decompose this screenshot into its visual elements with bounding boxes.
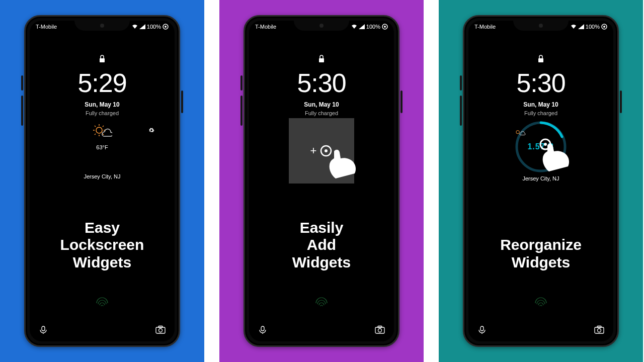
lock-icon [537,55,544,65]
svg-rect-15 [158,326,163,328]
promo-tagline: Easily Add Widgets [249,219,394,272]
svg-rect-24 [378,326,382,328]
battery-circle-icon [601,24,607,30]
svg-point-26 [603,26,605,28]
carrier-label: T-Mobile [474,24,496,30]
mic-icon[interactable] [477,325,487,334]
weather-sun-cloud-icon [92,123,112,139]
svg-rect-32 [480,326,484,331]
signal-icon [578,24,584,29]
date-label: Sun, May 10 [523,101,558,108]
plus-icon: + [310,144,317,157]
clock-time: 5:29 [77,68,126,98]
carrier-label: T-Mobile [36,24,57,30]
status-bar: T-Mobile 100% [468,21,613,30]
carrier-label: T-Mobile [255,24,276,30]
weather-sun-cloud-icon [513,127,526,138]
gear-icon[interactable] [148,127,154,134]
lock-icon [318,55,325,65]
svg-rect-12 [42,326,45,331]
svg-point-34 [598,329,601,332]
clock-time: 5:30 [297,68,346,98]
fingerprint-icon[interactable] [94,292,111,311]
svg-line-8 [95,126,96,127]
svg-rect-21 [261,326,264,331]
battery-status-label: Fully charged [86,110,119,116]
battery-status-label: Fully charged [305,110,338,116]
circular-usage-widget[interactable]: 1.57 B [513,119,569,174]
add-widget-area: + [249,118,394,189]
svg-point-29 [516,130,520,134]
battery-circle-icon [382,24,388,30]
wifi-icon [132,24,138,29]
svg-line-10 [95,134,96,135]
svg-rect-27 [538,58,543,62]
add-widget-tile[interactable]: + [289,118,354,184]
phone-frame: T-Mobile 100% 5:29 Sun, May 10 Fully cha… [24,15,180,347]
svg-rect-13 [156,327,165,333]
fingerprint-icon[interactable] [532,292,549,311]
mic-icon[interactable] [39,325,48,334]
date-label: Sun, May 10 [85,101,119,108]
location-label: Jersey City, NJ [84,173,120,179]
svg-rect-33 [595,327,604,333]
svg-rect-18 [319,58,324,62]
promo-tagline: Easy Lockscreen Widgets [30,219,175,272]
svg-rect-35 [597,326,601,328]
svg-line-11 [103,126,104,127]
camera-icon[interactable] [594,325,604,334]
svg-point-1 [165,26,167,28]
weather-widget[interactable]: 63°F Jersey City, NJ [30,123,175,194]
svg-point-3 [96,127,102,133]
promo-panel-3: T-Mobile 100% 5:30 Sun, May 10 Fully cha… [439,0,643,362]
status-bar: T-Mobile 100% [30,21,175,30]
promo-panel-1: T-Mobile 100% 5:29 Sun, May 10 Fully cha… [0,0,204,362]
battery-percent: 100% [366,24,380,30]
battery-percent: 100% [586,24,600,30]
phone-frame: T-Mobile 100% 5:30 Sun, May 10 Fully cha… [463,15,619,347]
svg-rect-2 [100,58,105,62]
svg-line-9 [103,134,104,135]
mic-icon[interactable] [258,325,267,334]
temperature-label: 63°F [96,144,108,150]
tap-hand-icon [325,147,365,188]
status-right: 100% [571,24,607,30]
lock-icon [99,55,106,65]
camera-icon[interactable] [375,325,385,334]
fingerprint-icon[interactable] [313,292,330,311]
date-label: Sun, May 10 [304,101,339,108]
svg-point-23 [378,329,382,332]
battery-circle-icon [163,24,169,30]
tap-hand-icon [537,138,578,178]
svg-point-14 [159,329,163,332]
signal-icon [359,24,365,29]
svg-rect-22 [375,327,384,333]
status-bar: T-Mobile 100% [249,21,394,30]
camera-icon[interactable] [155,325,166,334]
battery-status-label: Fully charged [524,110,557,116]
svg-point-17 [384,26,386,28]
signal-icon [139,24,145,29]
reorganize-widget-area: 1.57 B Jersey City, NJ [468,119,613,190]
svg-point-31 [544,143,547,146]
status-right: 100% [351,24,388,30]
promo-panel-2: T-Mobile 100% 5:30 Sun, May 10 Fully cha… [219,0,424,362]
status-right: 100% [132,24,169,30]
phone-frame: T-Mobile 100% 5:30 Sun, May 10 Fully cha… [244,15,399,347]
wifi-icon [571,24,577,29]
promo-tagline: Reorganize Widgets [468,236,613,271]
wifi-icon [351,24,357,29]
clock-time: 5:30 [516,68,565,98]
battery-percent: 100% [147,24,161,30]
